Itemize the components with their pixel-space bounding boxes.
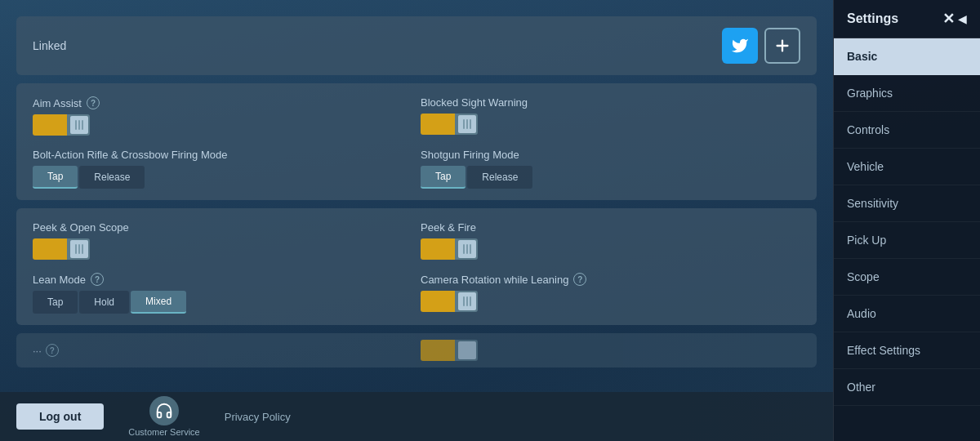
aim-section-card: Aim Assist ? <box>16 83 817 200</box>
partial-slider-right <box>421 340 800 361</box>
back-arrow-icon: ◀ <box>958 12 967 25</box>
lean-mode-label: Lean Mode ? <box>33 273 412 286</box>
camera-rotation-track <box>421 291 478 312</box>
peek-scope-setting: Peek & Open Scope <box>33 216 412 265</box>
linked-icons <box>722 28 800 64</box>
partial-track <box>421 340 478 361</box>
lean-mode-help[interactable]: ? <box>91 273 104 286</box>
peek-fire-label: Peek & Fire <box>421 221 800 234</box>
twitter-icon <box>731 37 749 55</box>
blocked-sight-setting: Blocked Sight Warning <box>421 91 800 140</box>
peek-fire-setting: Peek & Fire <box>421 216 800 265</box>
handle-lines-2 <box>463 119 471 129</box>
bolt-action-label: Bolt-Action Rifle & Crossbow Firing Mode <box>33 149 412 161</box>
camera-rotation-help[interactable]: ? <box>573 273 586 286</box>
partial-help-left[interactable]: ? <box>46 344 59 357</box>
sidebar-item-controls[interactable]: Controls <box>834 112 980 149</box>
camera-rotation-toggle[interactable] <box>421 291 800 312</box>
blocked-sight-handle <box>458 115 476 133</box>
twitter-button[interactable] <box>722 28 758 64</box>
lean-mode-buttons: Tap Hold Mixed <box>33 291 412 314</box>
bolt-action-release-button[interactable]: Release <box>79 166 145 189</box>
sidebar-item-audio[interactable]: Audio <box>834 296 980 332</box>
sidebar-item-basic[interactable]: Basic <box>834 38 980 75</box>
aim-assist-track <box>33 114 90 136</box>
shotgun-tap-button[interactable]: Tap <box>421 166 466 189</box>
handle-lines-3 <box>75 244 83 254</box>
sidebar-title: Settings <box>847 11 898 26</box>
sidebar-item-scope[interactable]: Scope <box>834 259 980 296</box>
handle-lines-5 <box>463 296 471 306</box>
peek-fire-toggle[interactable] <box>421 238 800 260</box>
peek-fire-track <box>421 238 478 260</box>
blocked-sight-toggle[interactable] <box>421 114 800 135</box>
lean-tap-button[interactable]: Tap <box>33 291 78 314</box>
sidebar-item-pickup[interactable]: Pick Up <box>834 222 980 259</box>
partial-handle <box>458 341 476 359</box>
sidebar-item-graphics[interactable]: Graphics <box>834 75 980 112</box>
lean-mixed-button[interactable]: Mixed <box>131 291 186 314</box>
lean-hold-button[interactable]: Hold <box>79 291 129 314</box>
partial-label-left: ··· ? <box>33 340 412 361</box>
camera-rotation-label: Camera Rotation while Leaning ? <box>421 273 800 286</box>
peek-scope-track <box>33 238 90 260</box>
sidebar-item-sensitivity[interactable]: Sensitivity <box>834 185 980 222</box>
sidebar-item-vehicle[interactable]: Vehicle <box>834 149 980 185</box>
camera-rotation-setting: Camera Rotation while Leaning ? <box>421 273 800 314</box>
sidebar-item-other[interactable]: Other <box>834 369 980 406</box>
aim-assist-setting: Aim Assist ? <box>33 91 412 140</box>
linked-label: Linked <box>33 39 66 52</box>
bolt-action-setting: Bolt-Action Rifle & Crossbow Firing Mode… <box>33 149 412 189</box>
bolt-action-tap-button[interactable]: Tap <box>33 166 78 189</box>
sidebar-item-effect-settings[interactable]: Effect Settings <box>834 332 980 369</box>
close-icon: ✕ <box>942 10 955 28</box>
shotgun-label: Shotgun Firing Mode <box>421 149 800 161</box>
add-button[interactable] <box>764 28 800 64</box>
aim-assist-label: Aim Assist ? <box>33 96 412 109</box>
peek-scope-label: Peek & Open Scope <box>33 221 412 234</box>
blocked-sight-track <box>421 114 478 135</box>
partial-section-card: ··· ? <box>16 333 817 368</box>
peek-scope-toggle[interactable] <box>33 238 412 260</box>
peek-section-card: Peek & Open Scope <box>16 208 817 325</box>
shotgun-release-button[interactable]: Release <box>467 166 532 189</box>
shotgun-setting: Shotgun Firing Mode Tap Release <box>421 149 800 189</box>
bolt-action-buttons: Tap Release <box>33 166 412 189</box>
lean-mode-setting: Lean Mode ? Tap Hold Mixed <box>33 273 412 314</box>
close-button[interactable]: ✕ ◀ <box>942 10 967 28</box>
blocked-sight-label: Blocked Sight Warning <box>421 96 800 109</box>
handle-lines <box>75 120 83 130</box>
settings-sidebar: Settings ✕ ◀ Basic Graphics Controls Veh… <box>833 0 980 441</box>
linked-card: Linked <box>16 16 817 75</box>
peek-fire-handle <box>458 240 476 258</box>
aim-assist-handle <box>70 116 88 134</box>
aim-assist-help[interactable]: ? <box>87 96 100 109</box>
sidebar-header: Settings ✕ ◀ <box>834 0 980 38</box>
peek-scope-handle <box>70 240 88 258</box>
add-icon <box>773 37 791 55</box>
handle-lines-4 <box>463 244 471 254</box>
aim-assist-toggle[interactable] <box>33 114 412 136</box>
shotgun-buttons: Tap Release <box>421 166 800 189</box>
camera-rotation-handle <box>458 292 476 310</box>
